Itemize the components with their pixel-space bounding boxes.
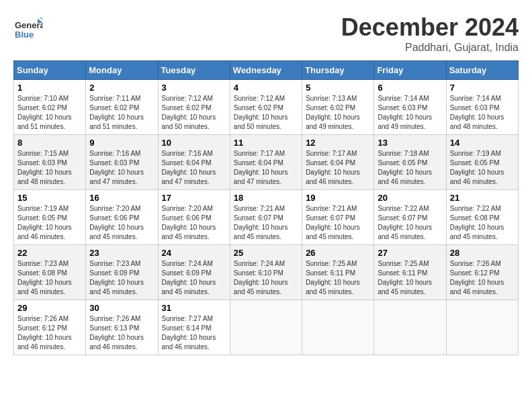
day-4: 4Sunrise: 7:12 AMSunset: 6:02 PMDaylight…	[230, 80, 302, 135]
day-number: 13	[378, 138, 442, 148]
day-26: 26Sunrise: 7:25 AMSunset: 6:11 PMDayligh…	[302, 245, 374, 300]
day-27: 27Sunrise: 7:25 AMSunset: 6:11 PMDayligh…	[374, 245, 446, 300]
day-number: 5	[306, 83, 370, 93]
day-number: 25	[234, 248, 298, 258]
day-number: 2	[89, 83, 154, 93]
day-info: Sunrise: 7:23 AMSunset: 6:09 PMDaylight:…	[89, 260, 144, 295]
day-number: 29	[17, 303, 82, 313]
day-number: 10	[162, 138, 226, 148]
calendar-week-row: 8Sunrise: 7:15 AMSunset: 6:03 PMDaylight…	[14, 135, 519, 190]
day-28: 28Sunrise: 7:26 AMSunset: 6:12 PMDayligh…	[446, 245, 518, 300]
day-30: 30Sunrise: 7:26 AMSunset: 6:13 PMDayligh…	[86, 300, 158, 355]
day-18: 18Sunrise: 7:21 AMSunset: 6:07 PMDayligh…	[230, 190, 302, 245]
day-number: 6	[378, 83, 442, 93]
day-10: 10Sunrise: 7:16 AMSunset: 6:04 PMDayligh…	[158, 135, 230, 190]
day-number: 3	[162, 83, 226, 93]
header-friday: Friday	[374, 61, 446, 80]
day-number: 23	[89, 248, 154, 258]
day-13: 13Sunrise: 7:18 AMSunset: 6:05 PMDayligh…	[374, 135, 446, 190]
day-info: Sunrise: 7:21 AMSunset: 6:07 PMDaylight:…	[306, 205, 360, 240]
day-info: Sunrise: 7:20 AMSunset: 6:06 PMDaylight:…	[162, 205, 216, 240]
day-info: Sunrise: 7:19 AMSunset: 6:05 PMDaylight:…	[450, 150, 504, 185]
day-info: Sunrise: 7:11 AMSunset: 6:02 PMDaylight:…	[89, 95, 144, 130]
empty-cell	[230, 300, 302, 355]
day-number: 12	[306, 138, 370, 148]
day-number: 27	[378, 248, 442, 258]
day-number: 21	[450, 193, 515, 203]
day-number: 31	[162, 303, 226, 313]
day-17: 17Sunrise: 7:20 AMSunset: 6:06 PMDayligh…	[158, 190, 230, 245]
header-monday: Monday	[86, 61, 158, 80]
day-info: Sunrise: 7:22 AMSunset: 6:07 PMDaylight:…	[378, 205, 432, 240]
day-19: 19Sunrise: 7:21 AMSunset: 6:07 PMDayligh…	[302, 190, 374, 245]
day-22: 22Sunrise: 7:23 AMSunset: 6:08 PMDayligh…	[14, 245, 86, 300]
empty-cell	[374, 300, 446, 355]
header-thursday: Thursday	[302, 61, 374, 80]
day-info: Sunrise: 7:14 AMSunset: 6:03 PMDaylight:…	[450, 95, 504, 130]
day-number: 9	[89, 138, 154, 148]
day-25: 25Sunrise: 7:24 AMSunset: 6:10 PMDayligh…	[230, 245, 302, 300]
day-info: Sunrise: 7:27 AMSunset: 6:14 PMDaylight:…	[162, 315, 216, 351]
header-saturday: Saturday	[446, 61, 518, 80]
day-info: Sunrise: 7:10 AMSunset: 6:02 PMDaylight:…	[17, 95, 72, 130]
day-info: Sunrise: 7:18 AMSunset: 6:05 PMDaylight:…	[378, 150, 432, 185]
day-number: 22	[17, 248, 82, 258]
day-15: 15Sunrise: 7:19 AMSunset: 6:05 PMDayligh…	[14, 190, 86, 245]
day-number: 20	[378, 193, 442, 203]
month-title: December 2024	[341, 13, 519, 42]
day-number: 19	[306, 193, 370, 203]
day-11: 11Sunrise: 7:17 AMSunset: 6:04 PMDayligh…	[230, 135, 302, 190]
calendar-week-row: 15Sunrise: 7:19 AMSunset: 6:05 PMDayligh…	[14, 190, 519, 245]
day-number: 1	[17, 83, 82, 93]
day-info: Sunrise: 7:19 AMSunset: 6:05 PMDaylight:…	[17, 205, 72, 240]
day-info: Sunrise: 7:12 AMSunset: 6:02 PMDaylight:…	[234, 95, 288, 130]
day-info: Sunrise: 7:21 AMSunset: 6:07 PMDaylight:…	[234, 205, 288, 240]
day-info: Sunrise: 7:24 AMSunset: 6:10 PMDaylight:…	[234, 260, 288, 295]
page-header: General Blue December 2024 Paddhari, Guj…	[13, 13, 519, 54]
day-8: 8Sunrise: 7:15 AMSunset: 6:03 PMDaylight…	[14, 135, 86, 190]
day-info: Sunrise: 7:25 AMSunset: 6:11 PMDaylight:…	[306, 260, 360, 295]
day-info: Sunrise: 7:25 AMSunset: 6:11 PMDaylight:…	[378, 260, 432, 295]
day-info: Sunrise: 7:22 AMSunset: 6:08 PMDaylight:…	[450, 205, 504, 240]
day-number: 16	[89, 193, 154, 203]
empty-cell	[446, 300, 518, 355]
title-section: December 2024 Paddhari, Gujarat, India	[341, 13, 519, 54]
day-number: 18	[234, 193, 298, 203]
calendar-week-row: 29Sunrise: 7:26 AMSunset: 6:12 PMDayligh…	[14, 300, 519, 355]
day-info: Sunrise: 7:26 AMSunset: 6:13 PMDaylight:…	[89, 315, 144, 351]
day-20: 20Sunrise: 7:22 AMSunset: 6:07 PMDayligh…	[374, 190, 446, 245]
day-info: Sunrise: 7:26 AMSunset: 6:12 PMDaylight:…	[17, 315, 72, 351]
day-info: Sunrise: 7:24 AMSunset: 6:09 PMDaylight:…	[162, 260, 216, 295]
day-info: Sunrise: 7:13 AMSunset: 6:02 PMDaylight:…	[306, 95, 360, 130]
day-number: 24	[162, 248, 226, 258]
logo-icon: General Blue	[13, 13, 43, 43]
day-number: 8	[17, 138, 82, 148]
day-number: 26	[306, 248, 370, 258]
day-23: 23Sunrise: 7:23 AMSunset: 6:09 PMDayligh…	[86, 245, 158, 300]
day-5: 5Sunrise: 7:13 AMSunset: 6:02 PMDaylight…	[302, 80, 374, 135]
calendar-week-row: 22Sunrise: 7:23 AMSunset: 6:08 PMDayligh…	[14, 245, 519, 300]
day-31: 31Sunrise: 7:27 AMSunset: 6:14 PMDayligh…	[158, 300, 230, 355]
day-number: 14	[450, 138, 515, 148]
day-3: 3Sunrise: 7:12 AMSunset: 6:02 PMDaylight…	[158, 80, 230, 135]
location: Paddhari, Gujarat, India	[341, 42, 519, 54]
day-9: 9Sunrise: 7:16 AMSunset: 6:03 PMDaylight…	[86, 135, 158, 190]
day-12: 12Sunrise: 7:17 AMSunset: 6:04 PMDayligh…	[302, 135, 374, 190]
header-sunday: Sunday	[14, 61, 86, 80]
day-info: Sunrise: 7:16 AMSunset: 6:03 PMDaylight:…	[89, 150, 144, 185]
calendar-week-row: 1Sunrise: 7:10 AMSunset: 6:02 PMDaylight…	[14, 80, 519, 135]
day-info: Sunrise: 7:20 AMSunset: 6:06 PMDaylight:…	[89, 205, 144, 240]
empty-cell	[302, 300, 374, 355]
day-24: 24Sunrise: 7:24 AMSunset: 6:09 PMDayligh…	[158, 245, 230, 300]
day-2: 2Sunrise: 7:11 AMSunset: 6:02 PMDaylight…	[86, 80, 158, 135]
day-number: 11	[234, 138, 298, 148]
calendar-header-row: Sunday Monday Tuesday Wednesday Thursday…	[14, 61, 519, 80]
day-info: Sunrise: 7:26 AMSunset: 6:12 PMDaylight:…	[450, 260, 504, 295]
day-info: Sunrise: 7:17 AMSunset: 6:04 PMDaylight:…	[306, 150, 360, 185]
day-16: 16Sunrise: 7:20 AMSunset: 6:06 PMDayligh…	[86, 190, 158, 245]
day-21: 21Sunrise: 7:22 AMSunset: 6:08 PMDayligh…	[446, 190, 518, 245]
day-info: Sunrise: 7:12 AMSunset: 6:02 PMDaylight:…	[162, 95, 216, 130]
day-29: 29Sunrise: 7:26 AMSunset: 6:12 PMDayligh…	[14, 300, 86, 355]
day-info: Sunrise: 7:23 AMSunset: 6:08 PMDaylight:…	[17, 260, 72, 295]
day-info: Sunrise: 7:17 AMSunset: 6:04 PMDaylight:…	[234, 150, 288, 185]
